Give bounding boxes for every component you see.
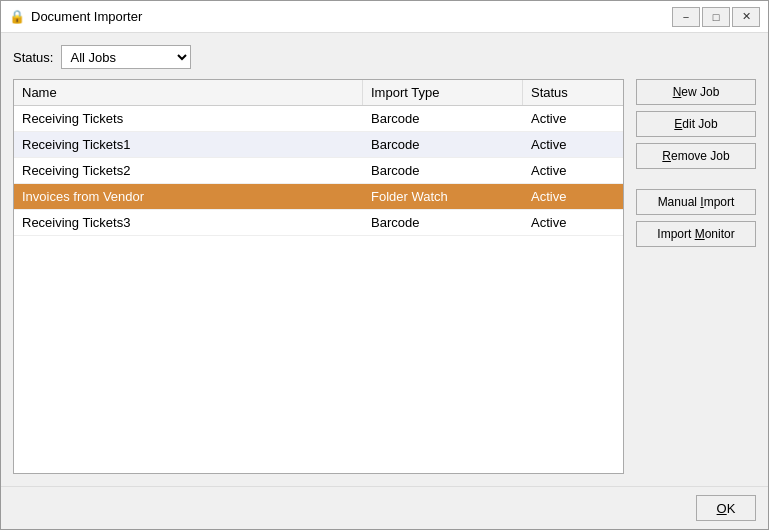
col-import-type: Import Type [363, 80, 523, 105]
footer: OK [1, 486, 768, 529]
cell-status: Active [523, 158, 623, 183]
cell-status: Active [523, 210, 623, 235]
main-area: Name Import Type Status Receiving Ticket… [13, 79, 756, 474]
import-monitor-button[interactable]: Import Monitor [636, 221, 756, 247]
remove-job-button[interactable]: Remove Job [636, 143, 756, 169]
col-name: Name [14, 80, 363, 105]
title-bar-left: 🔒 Document Importer [9, 9, 142, 25]
minimize-button[interactable]: − [672, 7, 700, 27]
ok-button[interactable]: OK [696, 495, 756, 521]
window-title: Document Importer [31, 9, 142, 24]
cell-name: Invoices from Vendor [14, 184, 363, 209]
col-status: Status [523, 80, 623, 105]
table-row[interactable]: Receiving Tickets3 Barcode Active [14, 210, 623, 236]
cell-status: Active [523, 184, 623, 209]
cell-import-type: Barcode [363, 210, 523, 235]
edit-job-button[interactable]: Edit Job [636, 111, 756, 137]
status-row: Status: All Jobs Active Inactive [13, 45, 756, 69]
table-row[interactable]: Invoices from Vendor Folder Watch Active [14, 184, 623, 210]
cell-name: Receiving Tickets2 [14, 158, 363, 183]
close-button[interactable]: ✕ [732, 7, 760, 27]
cell-import-type: Barcode [363, 132, 523, 157]
right-panel: New Job Edit Job Remove Job Manual Impor… [636, 79, 756, 474]
main-window: 🔒 Document Importer − □ ✕ Status: All Jo… [0, 0, 769, 530]
status-select[interactable]: All Jobs Active Inactive [61, 45, 191, 69]
table-header: Name Import Type Status [14, 80, 623, 106]
title-bar: 🔒 Document Importer − □ ✕ [1, 1, 768, 33]
table-body: Receiving Tickets Barcode Active Receivi… [14, 106, 623, 473]
cell-status: Active [523, 132, 623, 157]
table-row[interactable]: Receiving Tickets2 Barcode Active [14, 158, 623, 184]
app-icon: 🔒 [9, 9, 25, 25]
title-controls: − □ ✕ [672, 7, 760, 27]
cell-import-type: Barcode [363, 158, 523, 183]
cell-name: Receiving Tickets1 [14, 132, 363, 157]
button-spacer [636, 175, 756, 183]
jobs-table: Name Import Type Status Receiving Ticket… [13, 79, 624, 474]
table-row[interactable]: Receiving Tickets1 Barcode Active [14, 132, 623, 158]
cell-status: Active [523, 106, 623, 131]
content-area: Status: All Jobs Active Inactive Name Im… [1, 33, 768, 486]
cell-import-type: Folder Watch [363, 184, 523, 209]
table-row[interactable]: Receiving Tickets Barcode Active [14, 106, 623, 132]
cell-name: Receiving Tickets3 [14, 210, 363, 235]
new-job-button[interactable]: New Job [636, 79, 756, 105]
cell-import-type: Barcode [363, 106, 523, 131]
status-label: Status: [13, 50, 53, 65]
cell-name: Receiving Tickets [14, 106, 363, 131]
manual-import-button[interactable]: Manual Import [636, 189, 756, 215]
maximize-button[interactable]: □ [702, 7, 730, 27]
